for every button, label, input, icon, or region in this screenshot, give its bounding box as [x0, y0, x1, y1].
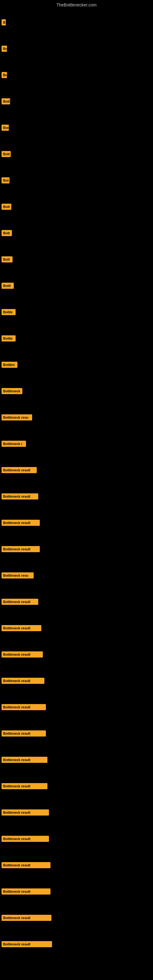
list-item: Bottleneck result — [0, 773, 153, 799]
bottleneck-label: Bottleneck result — [2, 546, 40, 552]
bottleneck-label: Bottleneck resu — [2, 573, 33, 579]
bottleneck-label: Bottlen — [2, 362, 18, 368]
bottleneck-label: Bottle — [2, 335, 16, 342]
list-item: Bottleneck result — [0, 826, 153, 852]
list-item: Bottleneck result — [0, 457, 153, 483]
list-item: Bott — [0, 141, 153, 167]
bottleneck-label: Bott — [2, 151, 11, 157]
list-item: Bottleneck result — [0, 878, 153, 905]
list-item: Bottleneck result — [0, 799, 153, 826]
bottleneck-label: Bot — [2, 177, 10, 183]
list-item: Bottleneck result — [0, 536, 153, 562]
list-item: Bottleneck resu — [0, 562, 153, 589]
list-item: Bottle — [0, 299, 153, 325]
list-item: Bottle — [0, 325, 153, 352]
list-item: Bottleneck result — [0, 720, 153, 747]
bottleneck-label: Bottleneck result — [2, 651, 43, 657]
bottleneck-label: Bottleneck result — [2, 941, 52, 947]
bottleneck-label: Bottleneck result — [2, 704, 46, 710]
bottleneck-label: Bottleneck result — [2, 915, 51, 921]
list-item: B — [0, 9, 153, 35]
bottleneck-label: Bottle — [2, 309, 16, 315]
list-item: Bottleneck resu — [0, 404, 153, 431]
bottleneck-label: Bottleneck result — [2, 467, 37, 473]
list-item: Bot — [0, 115, 153, 141]
bottleneck-label: B — [2, 19, 6, 25]
bottleneck-label: Bottleneck result — [2, 888, 51, 894]
bottleneck-label: Bottleneck result — [2, 862, 51, 868]
bottleneck-label: Bottl — [2, 283, 14, 289]
list-item: Bottleneck result — [0, 641, 153, 668]
bottleneck-label: Bottleneck result — [2, 625, 41, 631]
bottleneck-label: Bottleneck — [2, 388, 22, 394]
bottleneck-label: Bottleneck result — [2, 678, 45, 684]
list-item: Bottleneck result — [0, 852, 153, 878]
list-item: Bo — [0, 62, 153, 88]
list-item: Bottl — [0, 272, 153, 299]
list-item: Bottleneck result — [0, 747, 153, 773]
list-item: Bo — [0, 35, 153, 62]
list-item: Bottlen — [0, 352, 153, 378]
bottleneck-label: Bo — [2, 46, 7, 52]
bottleneck-label: Bottleneck result — [2, 730, 46, 737]
bottleneck-label: Bottleneck result — [2, 757, 48, 763]
list-item: Bottleneck result — [0, 615, 153, 641]
list-item: Bott — [0, 88, 153, 115]
bottleneck-label: Bott — [2, 256, 13, 262]
list-item: Bottleneck result — [0, 483, 153, 510]
bottleneck-label: Bo — [2, 72, 7, 78]
list-item: Bottleneck result — [0, 905, 153, 931]
list-item: Bott — [0, 220, 153, 246]
items-container: BBoBoBottBotBottBotBottBottBottBottlBott… — [0, 9, 153, 957]
bottleneck-label: Bottleneck result — [2, 599, 38, 605]
list-item: Bottleneck r — [0, 431, 153, 457]
bottleneck-label: Bottleneck result — [2, 493, 38, 500]
list-item: Bott — [0, 194, 153, 220]
list-item: Bottleneck result — [0, 589, 153, 615]
bottleneck-label: Bott — [2, 230, 12, 236]
bottleneck-label: Bott — [2, 98, 10, 105]
bottleneck-label: Bottleneck result — [2, 810, 49, 816]
list-item: Bottleneck result — [0, 668, 153, 694]
bottleneck-label: Bottleneck result — [2, 836, 49, 842]
bottleneck-label: Bottleneck result — [2, 783, 48, 789]
bottleneck-label: Bott — [2, 204, 11, 210]
list-item: Bottleneck result — [0, 510, 153, 536]
bottleneck-label: Bottleneck result — [2, 520, 40, 526]
list-item: Bott — [0, 246, 153, 272]
bottleneck-label: Bottleneck resu — [2, 414, 32, 420]
bottleneck-label: Bot — [2, 125, 9, 131]
list-item: Bottleneck result — [0, 694, 153, 720]
bottleneck-label: Bottleneck r — [2, 441, 26, 447]
list-item: Bot — [0, 167, 153, 194]
list-item: Bottleneck — [0, 378, 153, 404]
list-item: Bottleneck result — [0, 931, 153, 957]
